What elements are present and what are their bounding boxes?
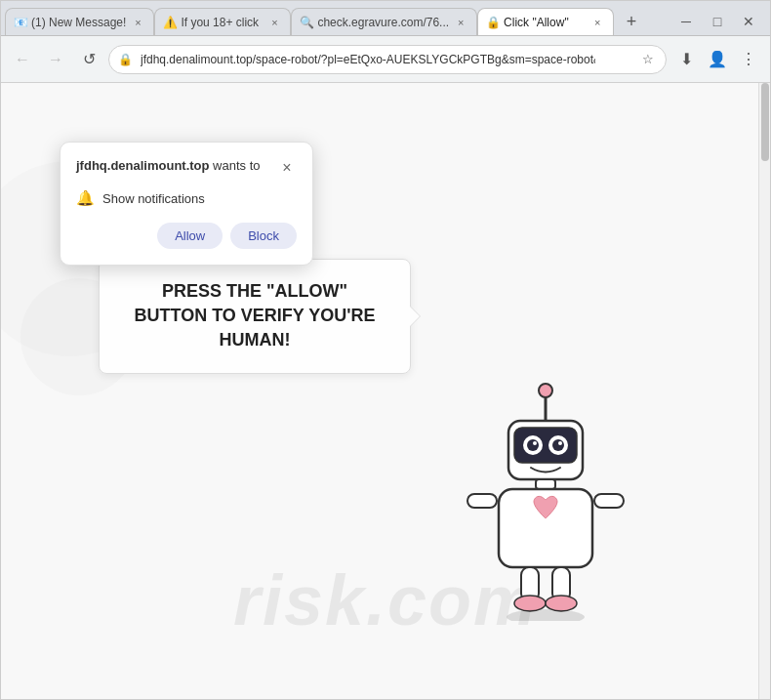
browser-window: 📧 (1) New Message! × ⚠️ If you 18+ click… [0,0,771,700]
popup-header: jfdhq.denalimount.top wants to × [76,158,297,178]
forward-button[interactable]: → [42,46,69,73]
popup-wants-to: wants to [209,158,260,173]
reload-button[interactable]: ↺ [75,46,102,73]
tab-3-favicon: 🔍 [300,16,313,29]
tab-1[interactable]: 📧 (1) New Message! × [5,8,154,35]
page-content: risk.com jfdhq.denalimount.top wants to … [1,83,770,699]
tab-1-title: (1) New Message! [31,16,126,29]
popup-domain: jfdhq.denalimount.top [76,158,209,173]
notification-popup: jfdhq.denalimount.top wants to × 🔔 Show … [60,142,313,266]
svg-point-1 [539,384,552,397]
address-actions: ☆ [637,49,659,70]
svg-point-17 [546,596,577,611]
back-button[interactable]: ← [9,46,36,73]
allow-button[interactable]: Allow [157,223,223,249]
tab-1-favicon: 📧 [14,16,27,29]
svg-point-6 [527,439,539,451]
tab-2-title: If you 18+ click [181,16,263,29]
svg-point-18 [507,609,585,621]
robot-svg [448,367,643,621]
bookmark-button[interactable]: ☆ [637,49,659,70]
popup-notification-item: 🔔 Show notifications [76,189,297,207]
close-button[interactable]: ✕ [735,8,762,35]
restore-button[interactable]: □ [704,8,731,35]
tab-3-close[interactable]: × [453,15,468,30]
svg-point-7 [552,439,564,451]
popup-close-button[interactable]: × [277,158,297,178]
tab-4-favicon: 🔒 [486,16,500,29]
download-button[interactable]: ⬇ [672,46,700,73]
svg-rect-13 [594,494,624,508]
svg-point-16 [514,596,546,611]
speech-bubble: PRESS THE "ALLOW" BUTTON TO VERIFY YOU'R… [99,259,411,374]
speech-bubble-text: PRESS THE "ALLOW" BUTTON TO VERIFY YOU'R… [129,279,381,353]
block-button[interactable]: Block [230,223,297,249]
tab-1-close[interactable]: × [130,15,145,30]
svg-point-9 [558,441,562,445]
tab-2[interactable]: ⚠️ If you 18+ click × [154,8,291,35]
svg-point-8 [533,441,537,445]
tab-4-title: Click "Allow" [504,16,586,29]
tab-4-close[interactable]: × [589,15,605,30]
scrollbar[interactable] [758,83,770,699]
tabs-bar: 📧 (1) New Message! × ⚠️ If you 18+ click… [1,1,770,36]
address-bar: ← → ↺ 🔒 ☆ ⬇ 👤 ⋮ [1,36,770,83]
popup-buttons: Allow Block [76,223,297,249]
robot-image-area [448,367,672,640]
svg-rect-10 [536,479,555,489]
tab-2-favicon: ⚠️ [163,16,177,29]
profile-button[interactable]: 👤 [704,46,731,73]
new-tab-button[interactable]: + [618,8,645,35]
bell-icon: 🔔 [76,189,95,207]
popup-title: jfdhq.denalimount.top wants to [76,158,261,173]
lock-icon: 🔒 [118,53,133,66]
address-wrapper: 🔒 ☆ [108,45,667,74]
minimize-button[interactable]: ─ [672,8,700,35]
url-input[interactable] [108,45,667,74]
popup-item-label: Show notifications [102,191,205,206]
svg-rect-12 [467,494,497,508]
menu-button[interactable]: ⋮ [735,46,762,73]
tab-2-close[interactable]: × [266,15,282,30]
tab-3-title: check.egravure.com/76... [317,16,449,29]
tab-4[interactable]: 🔒 Click "Allow" × [477,8,614,35]
scrollbar-thumb[interactable] [761,83,769,161]
toolbar-actions: ⬇ 👤 ⋮ [672,46,762,73]
tab-3[interactable]: 🔍 check.egravure.com/76... × [291,8,477,35]
